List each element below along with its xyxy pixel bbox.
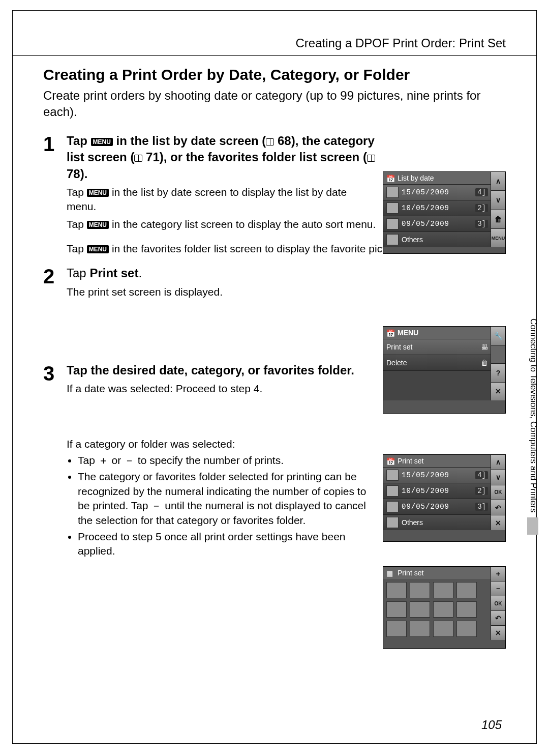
trash-button[interactable]: 🗑 (491, 210, 505, 228)
step-2-desc: The print set screen is displayed. (67, 285, 379, 299)
step-1-desc: Tap MENU in the list by date screen to d… (67, 185, 379, 231)
thumb-icon (386, 485, 399, 497)
list-item[interactable]: 10/05/20092] (383, 200, 491, 216)
settings-button[interactable]: 🔧 (491, 327, 505, 345)
cam2-title: MENU (398, 329, 418, 337)
list-item[interactable]: 15/05/20094] (383, 467, 491, 483)
category-item[interactable] (433, 621, 453, 637)
auto-icon: ▦ (386, 569, 394, 576)
cam4-title-bar: ▦ Print set (383, 567, 491, 579)
category-item[interactable] (410, 582, 430, 598)
step-1-title: Tap MENU in the list by date screen ( 68… (67, 133, 379, 182)
category-item[interactable] (456, 621, 477, 637)
page-ref-icon (367, 155, 375, 162)
blank-button (491, 345, 505, 364)
cam3-title-bar: 📅 Print set (383, 455, 491, 467)
date-icon: 📅 (386, 457, 394, 464)
page-number: 105 (481, 718, 502, 732)
step-number: 3 (43, 362, 67, 384)
category-item[interactable] (456, 601, 477, 618)
thumb-icon (386, 218, 399, 229)
page-ref-icon (266, 138, 274, 146)
ok-button[interactable]: OK (491, 485, 505, 500)
scroll-down-button[interactable]: ∨ (491, 190, 505, 209)
date-icon: 📅 (386, 175, 394, 182)
thumb-icon (386, 187, 399, 198)
camera-screen-list-by-date: 📅 List by date 15/05/20094] 10/05/20092]… (383, 171, 506, 254)
step-2: 2 Tap Print set. The print set screen is… (43, 265, 506, 299)
menu-icon: MENU (91, 138, 113, 146)
page-ref-icon (134, 155, 142, 162)
close-button[interactable]: ✕ (491, 625, 505, 640)
cam3-title: Print set (398, 457, 423, 465)
intro-text: Create print orders by shooting date or … (43, 88, 506, 121)
list-item[interactable]: 10/05/20092] (383, 483, 491, 499)
cam4-title: Print set (398, 569, 423, 577)
trash-icon: 🗑 (481, 359, 488, 367)
camera-screen-menu: 📅 MENU Print set🖶 Delete🗑 🔧 ? ✕ (383, 326, 506, 414)
category-item[interactable] (386, 621, 407, 637)
step-2-title: Tap Print set. (67, 265, 379, 281)
category-grid (383, 579, 491, 640)
thumb-icon (386, 234, 399, 245)
cam1-title: List by date (398, 174, 434, 182)
list-item[interactable]: 15/05/20094] (383, 184, 491, 200)
camera-screen-print-set-list: 📅 Print set 15/05/20094] 10/05/20092] 09… (383, 454, 506, 542)
back-button[interactable]: ↶ (491, 500, 505, 515)
scroll-up-button[interactable]: ∧ (491, 455, 505, 470)
date-icon: 📅 (386, 329, 394, 336)
list-item-others[interactable]: Others (383, 514, 491, 530)
step-3-title: Tap the desired date, category, or favor… (67, 362, 379, 379)
category-item[interactable] (433, 601, 453, 618)
close-button[interactable]: ✕ (491, 382, 505, 401)
section-tab: Connecting to Televisions, Computers and… (527, 289, 538, 538)
step-3-desc1: If a date was selected: Proceed to step … (67, 382, 379, 396)
cam1-title-bar: 📅 List by date (383, 172, 491, 184)
scroll-down-button[interactable]: ∨ (491, 470, 505, 485)
menu-icon: MENU (87, 221, 109, 229)
ok-button[interactable]: OK (491, 596, 505, 610)
bullet-3: Proceed to step 5 once all print order s… (78, 530, 373, 559)
step-3-desc2: If a category or folder was selected: (67, 437, 500, 451)
bullet-2: The category or favorites folder selecte… (78, 470, 373, 527)
menu-item-delete[interactable]: Delete🗑 (383, 355, 491, 370)
thumb-icon (386, 202, 399, 214)
thumb-icon (386, 517, 399, 528)
camera-screen-print-set-grid: ▦ Print set ＋ － OK ↶ (383, 566, 506, 649)
step-number: 2 (43, 265, 67, 286)
help-button[interactable]: ? (491, 363, 505, 382)
list-item[interactable]: 09/05/20093] (383, 499, 491, 514)
plus-button[interactable]: ＋ (491, 567, 505, 581)
menu-button[interactable]: MENU (491, 228, 505, 247)
list-item-others[interactable]: Others (383, 231, 491, 247)
category-item[interactable] (386, 601, 407, 618)
category-item[interactable] (410, 601, 430, 618)
page-header: Creating a DPOF Print Order: Print Set (13, 11, 536, 55)
print-icon: 🖶 (481, 343, 488, 351)
empty-area (383, 370, 491, 400)
menu-icon: MENU (87, 189, 109, 197)
scroll-up-button[interactable]: ∧ (491, 172, 505, 190)
category-item[interactable] (386, 582, 407, 598)
step-number: 1 (43, 133, 67, 154)
menu-item-print-set[interactable]: Print set🖶 (383, 339, 491, 355)
minus-button[interactable]: － (491, 581, 505, 596)
header-rule (13, 55, 536, 56)
list-item[interactable]: 09/05/20093] (383, 216, 491, 231)
section-indicator (527, 517, 538, 535)
page-title: Creating a Print Order by Date, Category… (43, 66, 506, 83)
category-item[interactable] (410, 621, 430, 637)
close-button[interactable]: ✕ (491, 515, 505, 530)
thumb-icon (386, 470, 399, 481)
menu-icon: MENU (87, 245, 109, 253)
back-button[interactable]: ↶ (491, 610, 505, 625)
category-item[interactable] (433, 582, 453, 598)
cam2-title-bar: 📅 MENU (383, 327, 491, 339)
thumb-icon (386, 501, 399, 512)
bullet-1: Tap ＋ or － to specify the number of prin… (78, 453, 373, 468)
category-item[interactable] (456, 582, 477, 598)
